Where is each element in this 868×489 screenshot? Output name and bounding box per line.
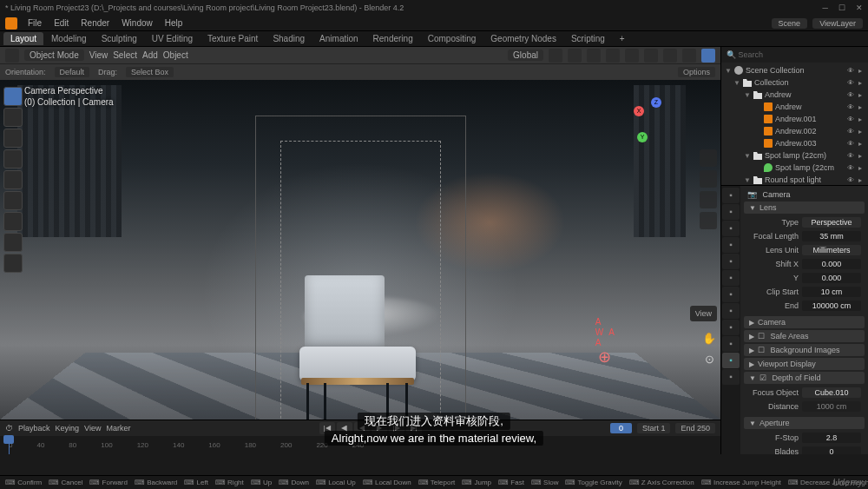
disable-render-icon[interactable]: ▸ [856, 79, 865, 87]
snap-toggle-icon[interactable] [549, 49, 562, 63]
section-viewport-display-header[interactable]: ▶Viewport Display [744, 358, 865, 370]
disable-render-icon[interactable]: ▸ [856, 116, 865, 123]
blender-logo-icon[interactable] [5, 17, 17, 30]
disable-render-icon[interactable]: ▸ [856, 152, 865, 160]
menu-render[interactable]: Render [76, 17, 115, 30]
focal-length-value[interactable]: 35 mm [802, 231, 861, 241]
tab-render-icon[interactable]: ▪ [722, 188, 740, 203]
outliner-row[interactable]: ▼Round spot light👁▸ [721, 174, 868, 185]
3d-viewport[interactable]: Camera Perspective (0) Collection | Came… [0, 80, 720, 420]
current-frame-field[interactable]: 0 [610, 423, 632, 433]
outliner-row[interactable]: ▼Spot lamp (22cm)👁▸ [721, 149, 868, 162]
axis-x-icon[interactable]: X [634, 106, 644, 116]
tab-scene-icon[interactable]: ▪ [722, 237, 740, 253]
tab-texture-paint[interactable]: Texture Paint [201, 32, 265, 45]
outliner-row[interactable]: Andrew.003👁▸ [721, 137, 868, 149]
tab-object-icon[interactable]: ▪ [722, 270, 740, 286]
outliner-tree[interactable]: ▼Scene Collection👁▸▼Collection👁▸▼Andrew👁… [721, 63, 868, 185]
ortho-toggle-button[interactable] [700, 212, 717, 229]
end-frame-field[interactable]: End 250 [675, 423, 715, 433]
target-icon[interactable]: ⊙ [701, 353, 717, 368]
clip-end-value[interactable]: 100000 cm [802, 301, 861, 311]
tab-rendering[interactable]: Rendering [366, 32, 420, 45]
scene-selector[interactable]: Scene [772, 18, 808, 29]
tab-sculpting[interactable]: Sculpting [95, 32, 144, 45]
disclosure-triangle-icon[interactable]: ▼ [733, 79, 740, 87]
tool-add-primitive[interactable] [3, 254, 23, 273]
tab-shading[interactable]: Shading [266, 32, 312, 45]
menu-help[interactable]: Help [160, 17, 188, 30]
lens-type-value[interactable]: Perspective [802, 217, 861, 228]
tl-menu-playback[interactable]: Playback [18, 424, 50, 433]
gizmo-toggle-icon[interactable] [587, 49, 601, 63]
tab-layout[interactable]: Layout [3, 32, 43, 45]
tab-camera-data-icon[interactable]: ▪ [722, 353, 740, 368]
outliner-row[interactable]: Andrew.002👁▸ [721, 125, 868, 137]
timeline-icon[interactable]: ⏱ [5, 424, 13, 433]
tab-animation[interactable]: Animation [312, 32, 365, 45]
start-frame-field[interactable]: Start 1 [637, 423, 671, 433]
tab-world-icon[interactable]: ▪ [722, 254, 740, 269]
disable-render-icon[interactable]: ▸ [856, 91, 865, 99]
close-button[interactable]: ✕ [856, 3, 863, 12]
tool-transform[interactable] [3, 191, 23, 210]
shading-matprev-icon[interactable] [682, 49, 696, 63]
tool-scale[interactable] [3, 170, 23, 189]
disable-render-icon[interactable]: ▸ [856, 140, 865, 148]
hide-toggle-icon[interactable]: 👁 [846, 67, 855, 75]
shift-x-value[interactable]: 0.000 [802, 259, 861, 269]
camera-view-button[interactable] [700, 191, 717, 208]
tl-menu-view[interactable]: View [84, 424, 101, 433]
disclosure-triangle-icon[interactable]: ▼ [744, 152, 751, 160]
disable-render-icon[interactable]: ▸ [856, 103, 865, 111]
tl-menu-marker[interactable]: Marker [106, 424, 130, 433]
disable-render-icon[interactable]: ▸ [856, 164, 865, 172]
tab-particles-icon[interactable]: ▪ [722, 303, 740, 319]
menu-window[interactable]: Window [116, 17, 158, 30]
pan-button[interactable] [700, 170, 717, 188]
tool-measure[interactable] [3, 233, 23, 252]
axis-y-icon[interactable]: Y [637, 132, 648, 142]
shift-y-value[interactable]: 0.000 [802, 273, 861, 283]
disclosure-triangle-icon[interactable]: ▼ [744, 91, 751, 99]
playhead[interactable] [9, 436, 10, 454]
shading-wireframe-icon[interactable] [644, 49, 658, 63]
outliner-row[interactable]: Andrew.001👁▸ [721, 113, 868, 125]
tl-menu-keying[interactable]: Keying [56, 424, 80, 433]
viewlayer-selector[interactable]: ViewLayer [812, 18, 863, 29]
vp-menu-view[interactable]: View [89, 50, 108, 60]
tool-cursor[interactable] [3, 108, 23, 127]
hide-toggle-icon[interactable]: 👁 [846, 164, 855, 172]
blades-value[interactable]: 0 [802, 446, 861, 454]
clip-start-value[interactable]: 10 cm [802, 287, 861, 297]
navigation-gizmo[interactable]: X Y Z [632, 97, 679, 144]
tool-rotate[interactable] [3, 149, 23, 169]
tab-modifiers-icon[interactable]: ▪ [722, 287, 740, 302]
hide-toggle-icon[interactable]: 👁 [846, 152, 855, 160]
shading-rendered-icon[interactable] [701, 49, 715, 63]
tab-uv-editing[interactable]: UV Editing [145, 32, 200, 45]
disable-render-icon[interactable]: ▸ [856, 67, 865, 75]
outliner-search-input[interactable]: 🔍 Search [721, 47, 868, 63]
tab-constraints-icon[interactable]: ▪ [722, 336, 740, 352]
outliner-row[interactable]: ▼Collection👁▸ [721, 76, 868, 89]
tool-select-box[interactable] [3, 87, 23, 106]
hide-toggle-icon[interactable]: 👁 [846, 103, 855, 111]
maximize-button[interactable]: ☐ [838, 3, 845, 12]
fstop-value[interactable]: 2.8 [802, 433, 861, 443]
menu-edit[interactable]: Edit [49, 17, 74, 30]
orientation-selector[interactable]: Global [508, 50, 543, 61]
zoom-button[interactable] [700, 149, 717, 167]
outliner-row[interactable]: ▼Scene Collection👁▸ [721, 64, 868, 76]
section-safe-areas-header[interactable]: ▶☐ Safe Areas [744, 330, 865, 342]
overlay-toggle-icon[interactable] [606, 49, 620, 63]
menu-file[interactable]: File [23, 17, 47, 30]
tab-output-icon[interactable]: ▪ [722, 204, 740, 220]
outliner-row[interactable]: Spot lamp (22cm👁▸ [721, 162, 868, 174]
xray-toggle-icon[interactable] [625, 49, 639, 63]
disable-render-icon[interactable]: ▸ [856, 128, 865, 135]
tab-material-icon[interactable]: ▪ [722, 369, 740, 385]
hide-toggle-icon[interactable]: 👁 [846, 176, 855, 184]
section-camera-header[interactable]: ▶Camera [744, 316, 865, 328]
focus-distance-value[interactable]: 1000 cm [802, 401, 861, 412]
